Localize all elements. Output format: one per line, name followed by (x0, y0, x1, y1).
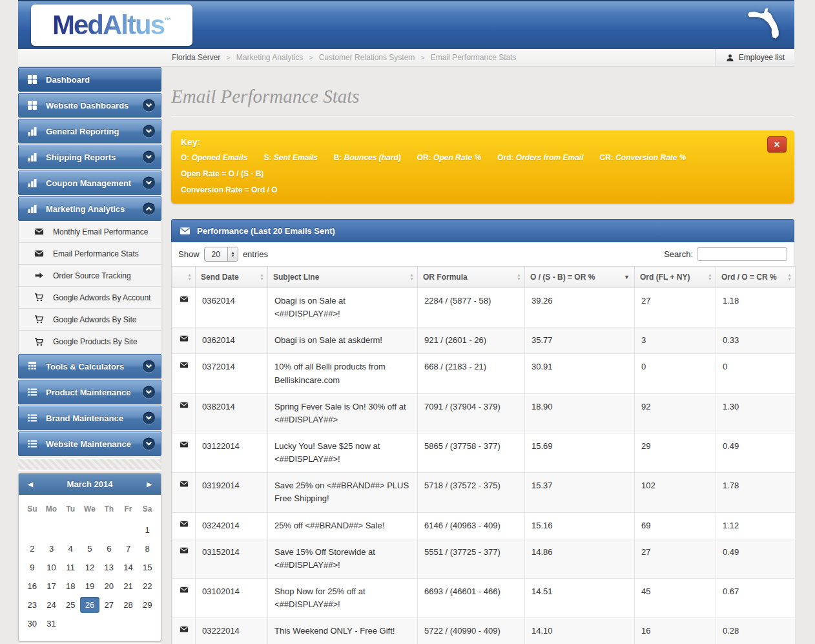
calendar-day[interactable]: 13 (99, 558, 119, 577)
employee-list-button[interactable]: Employee list (716, 49, 794, 66)
sidebar-item-tools-calculators[interactable]: Tools & Calculators (18, 354, 161, 379)
calendar-day[interactable]: 6 (99, 539, 119, 558)
submenu-item-order-source-tracking[interactable]: Order Source Tracking (19, 265, 161, 287)
sidebar-item-brand-maintenance[interactable]: Brand Maintenance (18, 406, 161, 430)
sidebar-nav: DashboardWebsite DashboardsGeneral Repor… (18, 67, 161, 456)
calendar-header: ◀ March 2014 ▶ (19, 473, 161, 495)
calendar-day[interactable]: 20 (99, 577, 119, 596)
key-label: Conversion Rate % (615, 153, 686, 162)
calendar-day[interactable]: 14 (119, 558, 138, 577)
calendar-day[interactable]: 30 (23, 614, 42, 633)
calendar-day[interactable]: 29 (138, 596, 157, 614)
sidebar-item-website-dashboards[interactable]: Website Dashboards (18, 93, 161, 118)
table-header-icon[interactable]: ▲▼ (172, 267, 196, 288)
sidebar-item-dashboard[interactable]: Dashboard (18, 67, 161, 92)
sidebar-item-product-maintenance[interactable]: Product Maintenance (18, 380, 161, 404)
sidebar-item-general-reporting[interactable]: General Reporting (18, 119, 161, 143)
calendar-day[interactable]: 31 (42, 614, 61, 633)
calendar-day[interactable]: 28 (119, 596, 138, 614)
calendar-day[interactable]: 9 (23, 558, 42, 577)
calendar-day[interactable]: 2 (23, 539, 42, 558)
entries-select[interactable]: 20 ▲▼ (204, 247, 238, 262)
table-header-o-s-b-or[interactable]: O / (S - B) = OR %▼ (525, 267, 635, 288)
chevron-down-icon[interactable] (143, 99, 155, 112)
submenu-item-google-products-by-site[interactable]: Google Products By Site (19, 331, 161, 353)
sidebar-item-label: Shipping Reports (46, 152, 116, 162)
cell-subject: This Weekend ONLY - Free Gift! (268, 618, 418, 644)
key-close-button[interactable]: ✕ (767, 136, 787, 152)
column-label: Send Date (201, 273, 239, 282)
chevron-down-icon[interactable] (143, 412, 155, 424)
cell-or-formula: 5722 / (40990 - 409) (418, 618, 525, 644)
calendar-day[interactable]: 15 (138, 558, 157, 577)
breadcrumb-item-customer-relations-system[interactable]: Customer Relations System (319, 53, 415, 62)
calendar-day[interactable]: 11 (61, 558, 80, 577)
calendar-day[interactable]: 8 (138, 539, 157, 558)
calendar-day[interactable]: 10 (42, 558, 61, 577)
cell-cr-pct: 1.18 (716, 288, 796, 327)
column-label: Subject Line (273, 273, 319, 282)
breadcrumb-item-marketing-analytics[interactable]: Marketing Analytics (236, 53, 303, 62)
calendar-day[interactable]: 21 (119, 577, 138, 596)
app-logo[interactable]: MedAltus™ (31, 5, 192, 46)
sidebar-item-label: Product Maintenance (46, 388, 130, 397)
calendar-prev-button[interactable]: ◀ (19, 481, 42, 488)
breadcrumb: Florida Server>Marketing Analytics>Custo… (172, 53, 517, 62)
breadcrumb-separator: > (420, 54, 424, 61)
table-header-send-date[interactable]: Send Date▲▼ (196, 267, 268, 288)
breadcrumb-item-email-performance-stats[interactable]: Email Performance Stats (431, 53, 517, 62)
breadcrumb-item-florida-server[interactable]: Florida Server (172, 53, 220, 62)
sidebar-item-coupon-management[interactable]: Coupon Management (18, 171, 161, 195)
calendar-empty-cell (119, 614, 138, 633)
chevron-down-icon[interactable] (143, 125, 155, 138)
calendar-day[interactable]: 27 (99, 596, 119, 614)
grid-icon (27, 100, 37, 110)
calendar-day[interactable]: 16 (23, 577, 42, 596)
calendar-day[interactable]: 17 (42, 577, 61, 596)
calendar-day[interactable]: 24 (42, 596, 61, 614)
submenu-item-google-adwords-by-site[interactable]: Google Adwords By Site (19, 309, 161, 331)
cell-send-date: 03242014 (196, 512, 268, 539)
submenu-item-monthly-email-performance[interactable]: Monthly Email Performance (19, 221, 161, 243)
chevron-down-icon[interactable] (143, 360, 155, 373)
cell-ord: 27 (635, 288, 716, 327)
cell-or-pct: 14.10 (525, 618, 635, 644)
search-input[interactable] (697, 247, 787, 261)
calendar-day[interactable]: 1 (138, 521, 157, 539)
submenu-item-email-performance-stats[interactable]: Email Performance Stats (19, 243, 161, 265)
submenu-item-google-adwords-by-account[interactable]: Google Adwords By Account (19, 287, 161, 309)
calendar-day-selected[interactable]: 26 (80, 597, 99, 613)
calendar-day[interactable]: 7 (119, 539, 138, 558)
table-header-or-formula[interactable]: OR Formula▲▼ (418, 267, 525, 288)
table-header-ord-o-cr[interactable]: Ord / O = CR %▲▼ (716, 267, 796, 288)
sidebar-item-website-maintenance[interactable]: Website Maintenance (18, 431, 161, 456)
calendar-day[interactable]: 26 (80, 596, 99, 614)
table-header-subject-line[interactable]: Subject Line▲▼ (268, 267, 418, 288)
chevron-up-icon[interactable] (143, 203, 155, 215)
calendar-day[interactable]: 19 (80, 577, 99, 596)
cell-send-date: 03222014 (196, 618, 268, 644)
calendar-day[interactable]: 5 (80, 539, 99, 558)
calendar-next-button[interactable]: ▶ (138, 481, 161, 488)
entries-select-value: 20 (205, 250, 227, 259)
calendar-day[interactable]: 22 (138, 577, 157, 596)
calendar-day[interactable]: 25 (61, 596, 80, 614)
sidebar-item-marketing-analytics[interactable]: Marketing Analytics (18, 196, 161, 221)
key-definition: S: Sent Emails (263, 153, 317, 162)
chevron-down-icon[interactable] (143, 177, 155, 189)
cell-send-date: 03192014 (196, 473, 268, 512)
calendar-day[interactable]: 12 (80, 558, 99, 577)
calendar-empty-cell (61, 521, 80, 539)
calendar-day[interactable]: 4 (61, 539, 80, 558)
calendar-day[interactable]: 23 (23, 596, 42, 614)
envelope-icon (172, 512, 196, 539)
calendar-day[interactable]: 3 (42, 539, 61, 558)
table-header-ord-fl-ny[interactable]: Ord (FL + NY)▲▼ (635, 267, 716, 288)
chevron-down-icon[interactable] (143, 386, 155, 399)
calendar-day[interactable]: 18 (61, 577, 80, 596)
chevron-down-icon[interactable] (143, 151, 155, 163)
sidebar-item-shipping-reports[interactable]: Shipping Reports (18, 145, 161, 169)
cell-cr-pct: 0.49 (716, 539, 796, 578)
chevron-down-icon[interactable] (143, 438, 155, 450)
sidebar-submenu: Monthly Email PerformanceEmail Performan… (18, 221, 161, 353)
